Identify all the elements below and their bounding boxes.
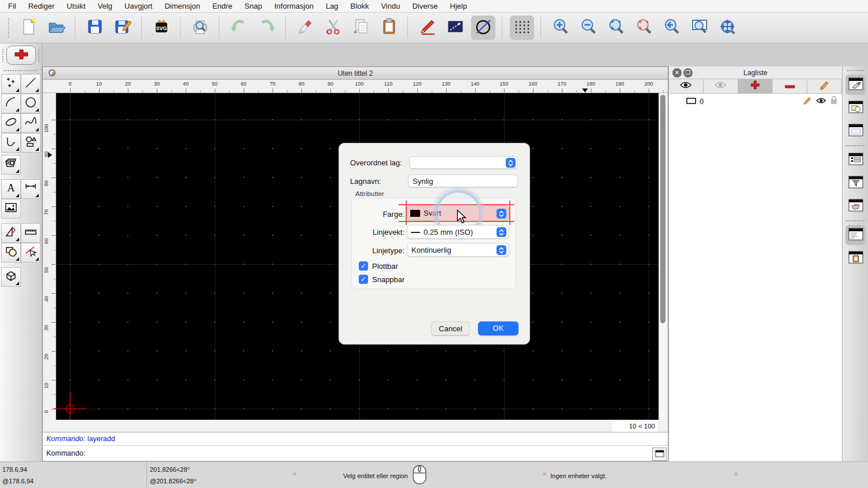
- toggle-filter-button[interactable]: [845, 173, 866, 193]
- menu-item-snap[interactable]: Snap: [245, 2, 262, 10]
- toggle-wall-tools-button[interactable]: [845, 196, 866, 216]
- delete-button[interactable]: [293, 16, 318, 40]
- cut-button[interactable]: +: [321, 16, 345, 40]
- zoom-auto-button[interactable]: [604, 16, 628, 40]
- hatch-tool-button[interactable]: [1, 155, 21, 175]
- menu-item-informasjon[interactable]: Informasjon: [274, 2, 314, 10]
- menu-item-blokk[interactable]: Blokk: [351, 2, 369, 10]
- menu-item-dimensjon[interactable]: Dimensjon: [164, 2, 200, 10]
- spline-tool-button[interactable]: [21, 113, 41, 133]
- toggle-layer-list-button[interactable]: [845, 75, 866, 95]
- snappable-checkbox[interactable]: ✓: [359, 275, 368, 284]
- menu-item-lag[interactable]: Lag: [326, 2, 339, 10]
- print-preview-button[interactable]: [188, 16, 212, 40]
- line-draw-tool-button[interactable]: [21, 74, 41, 94]
- toggle-clipboard-panel-button[interactable]: [845, 248, 866, 268]
- stepper-icon[interactable]: [506, 158, 516, 168]
- command-options-button[interactable]: [652, 448, 667, 461]
- layer-name-field[interactable]: Synlig: [408, 175, 518, 187]
- svg-export-button[interactable]: SVG: [149, 16, 174, 40]
- menu-item-velg[interactable]: Velg: [98, 2, 112, 10]
- parent-layer-combobox[interactable]: [409, 156, 518, 169]
- menu-item-utsikt[interactable]: Utsikt: [67, 2, 86, 10]
- menu-item-vindu[interactable]: Vindu: [381, 2, 400, 10]
- canvas-vertical-scrollbar[interactable]: [659, 93, 667, 420]
- linetype-dropdown[interactable]: Kontinuerlig: [407, 243, 509, 257]
- add-layer-tool-button[interactable]: [6, 46, 36, 65]
- zoom-in-button[interactable]: [549, 16, 573, 40]
- command-input-line[interactable]: Kommando:: [43, 446, 668, 461]
- v-ruler-tick: [53, 279, 56, 279]
- zoom-selection-button[interactable]: [632, 16, 656, 40]
- text-icon: A: [5, 182, 17, 197]
- h-ruler-tick: [99, 88, 100, 93]
- layer-name-label: Lagnavn:: [350, 177, 381, 186]
- save-as-button[interactable]: [111, 16, 135, 40]
- stepper-icon[interactable]: [496, 245, 506, 255]
- text-tool-button[interactable]: A: [1, 179, 21, 199]
- layer-edit-pencil-icon[interactable]: [803, 96, 812, 106]
- add-layer-button[interactable]: [738, 79, 773, 94]
- ellipse-tool-button[interactable]: [1, 113, 21, 133]
- arc-tool-button[interactable]: [1, 94, 21, 113]
- open-file-button[interactable]: [44, 16, 68, 40]
- menu-item-uavgjort[interactable]: Uavgjort: [124, 2, 152, 10]
- draw-order-tool-button[interactable]: [1, 223, 21, 243]
- toolbar-drag-handle[interactable]: [847, 70, 863, 71]
- toolbar-drag-handle[interactable]: [38, 49, 39, 62]
- remove-layer-button[interactable]: [773, 79, 807, 94]
- dimension-tool-button[interactable]: [21, 179, 41, 199]
- measure-tool-button[interactable]: [21, 223, 41, 243]
- save-button[interactable]: [83, 16, 107, 40]
- edit-layer-button[interactable]: [807, 79, 842, 94]
- hide-all-layers-button[interactable]: [704, 79, 738, 94]
- image-tool-button[interactable]: [1, 199, 21, 219]
- stepper-icon[interactable]: [496, 209, 506, 219]
- status-dot: [293, 472, 296, 476]
- layer-visibility-eye-icon[interactable]: [816, 97, 826, 106]
- stepper-icon[interactable]: [496, 227, 506, 237]
- show-all-layers-button[interactable]: [669, 79, 704, 94]
- new-document-button[interactable]: [16, 16, 41, 40]
- line-tool-button[interactable]: [443, 16, 468, 40]
- zoom-out-button[interactable]: [576, 16, 601, 40]
- toolbar-drag-handle[interactable]: [2, 49, 3, 62]
- select-tool-button[interactable]: [21, 243, 41, 263]
- polyline-tool-button[interactable]: [1, 133, 21, 153]
- menu-item-hjelp[interactable]: Hjelp: [450, 2, 468, 10]
- lineweight-dropdown[interactable]: 0.25 mm (ISO): [407, 225, 509, 239]
- drawing-window-titlebar[interactable]: Uten tittel 2: [43, 67, 668, 80]
- ok-button[interactable]: OK: [478, 321, 518, 335]
- menu-item-rediger[interactable]: Rediger: [28, 2, 55, 10]
- paste-button[interactable]: [377, 16, 401, 40]
- menu-item-fil[interactable]: Fil: [8, 2, 16, 10]
- circle-tool-button[interactable]: [471, 16, 495, 40]
- circle-draw-tool-button[interactable]: [21, 94, 41, 113]
- boolean-tool-button[interactable]: [1, 243, 21, 263]
- toolbar-drag-handle[interactable]: [3, 70, 37, 71]
- zoom-pan-button[interactable]: [715, 16, 740, 40]
- toggle-entity-list-button[interactable]: [845, 150, 866, 170]
- solid-3d-tool-button[interactable]: [1, 267, 21, 287]
- layer-row[interactable]: 0: [669, 95, 842, 108]
- menu-item-endre[interactable]: Endre: [212, 2, 233, 10]
- scrollbar-thumb[interactable]: [660, 95, 665, 323]
- polygon-icon: [24, 135, 37, 150]
- menu-item-diverse[interactable]: Diverse: [412, 2, 437, 10]
- layer-lock-icon[interactable]: [830, 96, 837, 106]
- toggle-command-window-button[interactable]: [845, 225, 866, 245]
- redo-button[interactable]: [255, 16, 279, 40]
- grid-toggle-button[interactable]: [510, 16, 534, 40]
- undo-button[interactable]: [227, 16, 251, 40]
- plottable-checkbox[interactable]: ✓: [359, 261, 368, 271]
- draw-pencil-button[interactable]: [415, 16, 440, 40]
- toggle-block-list-button[interactable]: [845, 98, 866, 118]
- toggle-library-browser-button[interactable]: [845, 121, 866, 141]
- copy-button[interactable]: +: [349, 16, 373, 40]
- cancel-button[interactable]: Cancel: [431, 321, 470, 335]
- points-tool-button[interactable]: [1, 74, 21, 94]
- polygon-tool-button[interactable]: [21, 133, 41, 153]
- zoom-window-button[interactable]: [687, 16, 712, 40]
- toolbar-drag-handle[interactable]: [8, 18, 10, 38]
- zoom-previous-button[interactable]: [660, 16, 684, 40]
